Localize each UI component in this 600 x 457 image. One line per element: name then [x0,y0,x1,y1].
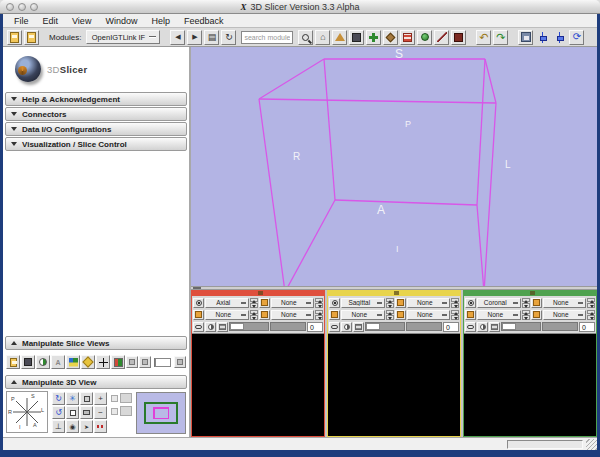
fade-button[interactable] [205,322,216,332]
opacity-slider[interactable] [365,322,405,331]
slice-offset-slider[interactable] [406,322,442,331]
foreground-layer-button[interactable] [465,310,476,320]
orientation-combobox[interactable]: Sagittal [341,298,385,308]
screenshot-button[interactable] [80,406,93,419]
save-snapshot-button[interactable] [518,30,533,45]
checkbox[interactable] [111,408,118,415]
link-button[interactable] [329,322,340,332]
module-measurements-button[interactable] [434,30,449,45]
opacity-slider[interactable] [501,322,541,331]
label-layer-button[interactable] [531,298,542,308]
slice-option-a-button[interactable] [126,356,138,368]
slice-fiducial-button[interactable] [81,355,95,369]
label-layer-combobox[interactable]: None [407,298,451,308]
section-visualization-slice-control[interactable]: Visualization / Slice Control [5,137,187,151]
undo-button[interactable]: ↶ [476,30,491,45]
module-history-button[interactable]: ▤ [204,30,219,45]
labelmap-opacity-button[interactable] [217,322,228,332]
slice-settings-button[interactable] [174,356,186,368]
module-fiducials-button[interactable] [383,30,398,45]
slice-option-b-button[interactable] [139,356,151,368]
section-help-acknowledgement[interactable]: Help & Acknowledgement [5,92,187,106]
load-scene-button[interactable] [7,30,22,45]
labelmap-opacity-button[interactable] [353,322,364,332]
visibility-button[interactable] [329,298,340,308]
foreground-combobox[interactable]: None [205,310,249,320]
viewport-3d[interactable]: S P R L A I [191,47,597,286]
menu-edit[interactable]: Edit [36,16,66,26]
import-scene-button[interactable] [24,30,39,45]
splitter-handle[interactable] [193,287,201,289]
foreground-layer-button[interactable] [329,310,340,320]
section-manipulate-3d-view[interactable]: Manipulate 3D View [5,375,187,389]
module-volumes-button[interactable] [349,30,364,45]
spinner[interactable] [315,310,323,320]
slice-visibility-button[interactable] [36,355,50,369]
background-combobox[interactable]: None [407,310,451,320]
navigation-preview[interactable] [136,392,186,434]
module-refresh-button[interactable]: ↻ [221,30,236,45]
module-search-button[interactable] [298,30,313,45]
module-models-button[interactable] [417,30,432,45]
label-layer-combobox[interactable]: None [271,298,315,308]
background-layer-button[interactable] [531,310,542,320]
rotate-view-button[interactable]: ↻ [52,392,65,405]
select-button[interactable]: ➤ [80,420,93,433]
spin-view-button[interactable]: ✳ [66,392,79,405]
orientation-combobox[interactable]: Coronal [477,298,521,308]
zoom-in-button[interactable]: + [94,392,107,405]
sagittal-slice-viewport[interactable] [328,333,460,436]
coronal-slice-viewport[interactable] [464,333,596,436]
link-button[interactable] [193,322,204,332]
modules-combobox[interactable]: OpenIGTLink IF [86,30,160,44]
background-layer-button[interactable] [259,310,270,320]
label-layer-combobox[interactable]: None [543,298,587,308]
module-forward-button[interactable]: ▶ [187,30,202,45]
spinner[interactable] [386,298,394,308]
axial-color-bar[interactable] [192,291,324,296]
spinner[interactable] [451,298,459,308]
fg-fade-slider[interactable] [535,30,550,45]
rotate-ccw-button[interactable]: ↺ [52,406,65,419]
module-back-button[interactable]: ◀ [170,30,185,45]
background-combobox[interactable]: None [271,310,315,320]
spinner[interactable] [522,298,530,308]
sagittal-color-bar[interactable] [328,291,460,296]
ruler-button[interactable] [94,420,107,433]
foreground-layer-button[interactable] [193,310,204,320]
spinner[interactable] [587,310,595,320]
slice-offset-value[interactable]: 0 [307,322,323,332]
label-fade-slider[interactable] [552,30,567,45]
horizontal-splitter[interactable] [191,286,597,290]
search-modules-input[interactable] [241,31,293,44]
slice-offset-slider[interactable] [542,322,578,331]
view-box-button[interactable] [66,406,79,419]
orientation-combobox[interactable]: Axial [205,298,249,308]
center-view-button[interactable] [80,392,93,405]
spinner[interactable] [315,298,323,308]
module-data-button[interactable] [332,30,347,45]
menu-feedback[interactable]: Feedback [177,16,231,26]
section-data-io-configurations[interactable]: Data I/O Configurations [5,122,187,136]
menu-help[interactable]: Help [144,16,177,26]
slice-layout-button[interactable] [66,355,80,369]
spinner[interactable] [250,310,258,320]
slider-thumb[interactable] [230,323,244,330]
background-combobox[interactable]: None [543,310,587,320]
slice-compare-grid-button[interactable] [111,355,125,369]
spinner[interactable] [522,310,530,320]
menu-file[interactable]: File [7,16,36,26]
spinner[interactable] [451,310,459,320]
link-button[interactable] [465,322,476,332]
slider-thumb[interactable] [502,323,516,330]
slice-offset-value[interactable]: 0 [579,322,595,332]
label-layer-button[interactable] [259,298,270,308]
title-bar[interactable]: X 3D Slicer Version 3.3 Alpha [0,0,600,14]
slice-annotation-button[interactable]: A [51,355,65,369]
compare-view-button[interactable]: ⟳ [569,30,584,45]
visibility-button[interactable] [193,298,204,308]
slice-grid-button[interactable] [21,355,35,369]
slice-offset-slider[interactable] [270,322,306,331]
module-home-button[interactable]: ⌂ [315,30,330,45]
menu-view[interactable]: View [65,16,98,26]
